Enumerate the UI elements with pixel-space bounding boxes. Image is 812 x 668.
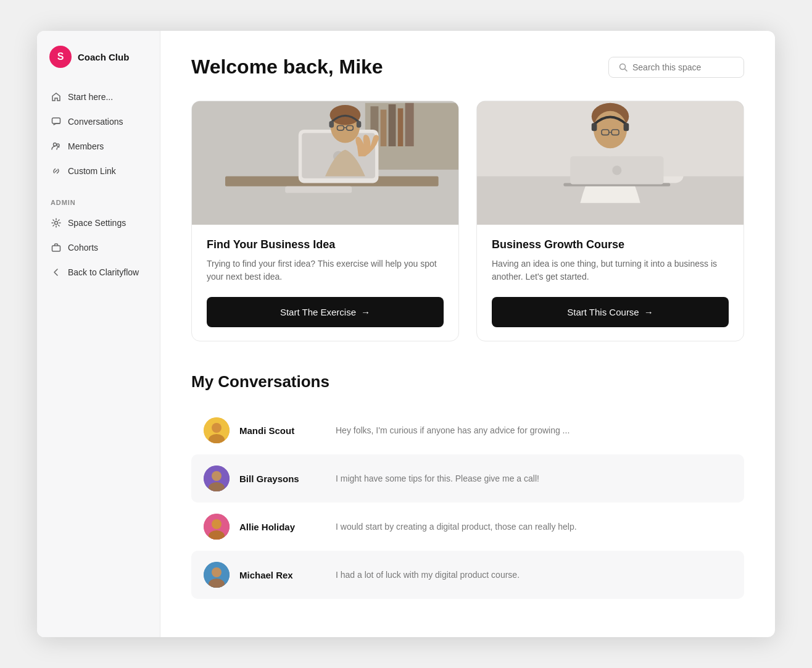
avatar-allie: [204, 514, 230, 540]
conv-preview-bill: I might have some tips for this. Please …: [336, 474, 539, 483]
conversation-item-michael[interactable]: Michael Rex I had a lot of luck with my …: [191, 551, 744, 599]
conv-preview-michael: I had a lot of luck with my digital prod…: [336, 570, 520, 580]
sidebar-item-back[interactable]: Back to Clarityflow: [43, 261, 154, 284]
main-header: Welcome back, Mike: [191, 56, 744, 78]
cards-row: Find Your Business Idea Trying to find y…: [191, 101, 744, 341]
avatar-bill: [204, 466, 230, 491]
admin-label: ADMIN: [43, 199, 154, 211]
svg-rect-12: [405, 103, 414, 146]
conversations-section: My Conversations Mandi Scout Hey folks, …: [191, 372, 744, 599]
sidebar-item-label: Custom Link: [68, 166, 116, 176]
chat-icon: [51, 116, 62, 127]
svg-rect-11: [398, 108, 404, 146]
exercise-card-title: Find Your Business Idea: [207, 238, 444, 251]
exercise-card: Find Your Business Idea Trying to find y…: [191, 101, 459, 341]
conversation-item-mandi[interactable]: Mandi Scout Hey folks, I'm curious if an…: [191, 406, 744, 454]
members-icon: [51, 141, 62, 152]
svg-rect-0: [52, 118, 60, 123]
conv-name-bill: Bill Graysons: [239, 474, 326, 484]
sidebar-item-label: Start here...: [68, 92, 113, 102]
svg-rect-38: [624, 123, 629, 131]
svg-rect-24: [357, 121, 362, 128]
app-window: S Coach Club Start here...: [37, 31, 775, 637]
arrow-left-icon: [51, 267, 62, 278]
course-card-body: Business Growth Course Having an idea is…: [477, 225, 744, 341]
avatar-michael: [204, 562, 230, 588]
conv-preview-allie: I would start by creating a digital prod…: [336, 522, 577, 532]
course-card-image: [477, 101, 744, 225]
conv-preview-mandi: Hey folks, I'm curious if anyone has any…: [336, 425, 570, 435]
conv-name-mandi: Mandi Scout: [239, 425, 326, 436]
app-title: Coach Club: [78, 52, 129, 62]
sidebar-item-label: Back to Clarityflow: [68, 267, 139, 277]
sidebar-item-label: Conversations: [68, 117, 123, 127]
sidebar-logo[interactable]: S Coach Club: [37, 31, 160, 85]
sidebar-item-label: Cohorts: [68, 243, 98, 253]
sidebar-item-members[interactable]: Members: [43, 135, 154, 158]
main-content: Welcome back, Mike: [160, 31, 775, 637]
svg-rect-9: [381, 110, 387, 146]
svg-rect-23: [329, 121, 334, 128]
link-icon: [51, 165, 62, 177]
svg-point-52: [212, 567, 222, 577]
svg-point-3: [55, 222, 58, 225]
sidebar-item-custom-link[interactable]: Custom Link: [43, 159, 154, 183]
conv-name-allie: Allie Holiday: [239, 522, 326, 532]
conversations-list: Mandi Scout Hey folks, I'm curious if an…: [191, 406, 744, 599]
sidebar-item-cohorts[interactable]: Cohorts: [43, 236, 154, 259]
svg-point-46: [212, 471, 222, 481]
svg-rect-17: [285, 186, 352, 193]
exercise-card-body: Find Your Business Idea Trying to find y…: [192, 225, 458, 341]
avatar-mandi: [204, 417, 230, 443]
briefcase-icon: [51, 242, 62, 253]
course-card-title: Business Growth Course: [492, 238, 729, 251]
home-icon: [51, 91, 62, 102]
start-exercise-button[interactable]: Start The Exercise →: [207, 297, 444, 327]
sidebar: S Coach Club Start here...: [37, 31, 160, 637]
svg-rect-10: [389, 104, 396, 146]
search-box[interactable]: [608, 57, 744, 78]
course-card-desc: Having an idea is one thing, but turning…: [492, 257, 729, 283]
conversation-item-bill[interactable]: Bill Graysons I might have some tips for…: [191, 454, 744, 503]
gear-icon: [51, 217, 62, 228]
search-icon: [619, 63, 628, 72]
course-card: Business Growth Course Having an idea is…: [476, 101, 744, 341]
svg-point-1: [54, 143, 57, 146]
sidebar-nav: Start here... Conversations: [37, 85, 160, 184]
welcome-title: Welcome back, Mike: [191, 56, 383, 78]
svg-point-43: [212, 423, 222, 433]
svg-rect-37: [592, 123, 597, 131]
svg-point-49: [212, 519, 222, 529]
conversation-item-allie[interactable]: Allie Holiday I would start by creating …: [191, 503, 744, 551]
sidebar-item-space-settings[interactable]: Space Settings: [43, 211, 154, 235]
conversations-section-title: My Conversations: [191, 372, 744, 391]
svg-point-41: [612, 165, 621, 175]
logo-icon: S: [49, 46, 72, 68]
svg-rect-4: [52, 246, 60, 251]
exercise-card-image: [192, 101, 458, 225]
search-input[interactable]: [632, 62, 734, 72]
svg-point-2: [57, 144, 59, 146]
admin-section: ADMIN Space Settings: [37, 184, 160, 285]
exercise-card-desc: Trying to find your first idea? This exe…: [207, 257, 444, 283]
sidebar-item-label: Space Settings: [68, 218, 126, 228]
sidebar-item-start-here[interactable]: Start here...: [43, 85, 154, 109]
start-course-button[interactable]: Start This Course →: [492, 297, 729, 327]
sidebar-item-label: Members: [68, 141, 104, 151]
sidebar-item-conversations[interactable]: Conversations: [43, 110, 154, 133]
conv-name-michael: Michael Rex: [239, 570, 326, 580]
